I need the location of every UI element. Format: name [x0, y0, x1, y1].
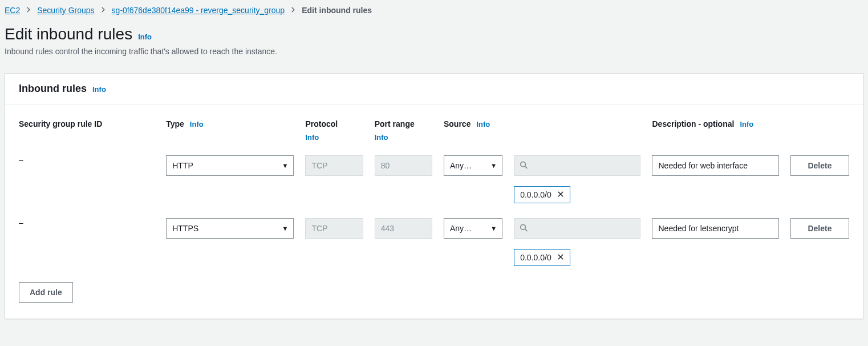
add-rule-button[interactable]: Add rule [19, 282, 73, 303]
th-source-label: Source [444, 119, 470, 128]
chevron-right-icon [100, 6, 106, 14]
table-header-row: Security group rule ID Type Info Protoco… [19, 107, 849, 152]
th-port-label: Port range [375, 119, 415, 128]
chevron-right-icon [290, 6, 296, 14]
chevron-right-icon [26, 6, 31, 14]
page-subtitle: Inbound rules control the incoming traff… [5, 47, 863, 56]
cidr-chip-label: 0.0.0.0/0 [520, 190, 551, 199]
breadcrumb-link-sg[interactable]: sg-0f676de380f14ea99 - reverge_security_… [112, 6, 285, 15]
table-row: – ▼ ▼ [19, 152, 849, 207]
th-type: Type Info [166, 119, 294, 128]
th-protocol: Protocol [305, 119, 363, 128]
cidr-chip-remove[interactable] [557, 190, 564, 199]
th-description-info[interactable]: Info [740, 120, 753, 128]
th-port: Port range [375, 119, 432, 128]
rule-id-value: – [19, 218, 155, 227]
cidr-chip-remove[interactable] [557, 253, 564, 262]
page-info-link[interactable]: Info [138, 33, 152, 41]
description-input[interactable] [652, 155, 778, 176]
port-input [375, 218, 432, 239]
source-search-input[interactable] [514, 218, 640, 239]
th-description-label: Description - optional [652, 119, 734, 128]
protocol-input [305, 218, 363, 239]
panel-info-link[interactable]: Info [92, 85, 106, 94]
table-row: – ▼ ▼ [19, 215, 849, 269]
breadcrumb-current: Edit inbound rules [302, 6, 372, 15]
th-source: Source Info [444, 119, 502, 128]
type-select[interactable] [166, 218, 294, 239]
protocol-input [305, 155, 363, 176]
breadcrumb-link-ec2[interactable]: EC2 [5, 6, 20, 15]
source-search-input[interactable] [514, 155, 640, 176]
panel-title: Inbound rules [19, 83, 87, 95]
panel-header: Inbound rules Info [5, 74, 863, 104]
th-rule-id: Security group rule ID [19, 119, 155, 128]
th-description: Description - optional Info [652, 119, 778, 128]
th-protocol-label: Protocol [305, 119, 338, 128]
th-type-label: Type [166, 119, 184, 128]
description-input[interactable] [652, 218, 778, 239]
type-select[interactable] [166, 155, 294, 176]
th-type-info[interactable]: Info [190, 120, 204, 128]
delete-button[interactable]: Delete [790, 218, 849, 239]
source-select[interactable] [444, 218, 502, 239]
th-port-info[interactable]: Info [375, 133, 432, 142]
page-title: Edit inbound rules [5, 25, 132, 43]
source-select[interactable] [444, 155, 502, 176]
th-protocol-info[interactable]: Info [305, 133, 363, 142]
cidr-chip: 0.0.0.0/0 [514, 186, 570, 203]
breadcrumb-link-security-groups[interactable]: Security Groups [37, 6, 94, 15]
port-input [375, 155, 432, 176]
cidr-chip: 0.0.0.0/0 [514, 249, 570, 266]
page-header: Edit inbound rules Info Inbound rules co… [0, 22, 868, 61]
breadcrumb: EC2 Security Groups sg-0f676de380f14ea99… [0, 0, 868, 22]
inbound-rules-panel: Inbound rules Info Security group rule I… [5, 73, 863, 319]
cidr-chip-label: 0.0.0.0/0 [520, 253, 551, 262]
rule-id-value: – [19, 155, 155, 164]
delete-button[interactable]: Delete [790, 155, 849, 176]
th-source-info[interactable]: Info [476, 120, 490, 128]
